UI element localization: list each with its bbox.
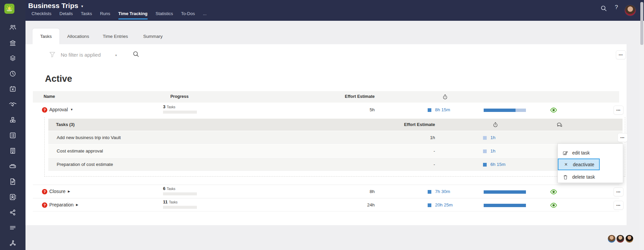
filter-dropdown[interactable]: No filter is applied: [61, 52, 101, 58]
progress-bar: [163, 192, 197, 195]
subtable-column-effort: Effort Estimate: [392, 122, 435, 127]
column-name: Name: [44, 94, 55, 99]
column-effort-estimate: Effort Estimate: [327, 94, 375, 99]
alert-icon: ?: [42, 189, 47, 194]
time-ratio-bar: [484, 204, 526, 207]
tab-summary[interactable]: Summary: [142, 28, 164, 44]
layers-icon[interactable]: [9, 54, 17, 62]
nav-more[interactable]: ...: [203, 11, 207, 19]
tab-tasks[interactable]: Tasks: [33, 28, 59, 44]
calendar-x-icon[interactable]: [9, 85, 17, 93]
table-row-preparation[interactable]: ? Preparation ▶ 11Tasks 24h 20h 25m •••: [33, 198, 619, 211]
molecule-icon[interactable]: [9, 239, 17, 247]
table-row-closure[interactable]: ? Closure ▶ 6Tasks 8h 7h 30m •••: [33, 185, 619, 198]
help-icon[interactable]: ?: [615, 4, 618, 11]
clock-icon[interactable]: [9, 70, 17, 78]
tracked-time-square: [483, 136, 487, 140]
watch-eye-icon[interactable]: [550, 189, 557, 195]
time-ratio-bar: [484, 190, 526, 194]
member-avatar[interactable]: [607, 235, 616, 243]
tracked-time-link[interactable]: 8h 15m: [435, 107, 450, 112]
watch-eye-icon[interactable]: [550, 202, 557, 208]
nav-time-tracking[interactable]: Time Tracking: [118, 11, 148, 19]
task-context-menu: edit task × deactivate delete task: [557, 143, 623, 183]
progress-bar: [163, 111, 197, 114]
section-title: Active: [45, 74, 72, 84]
collapse-icon[interactable]: ▼: [70, 108, 73, 111]
progress-cell: 11Tasks: [163, 199, 197, 209]
report-document-icon[interactable]: [9, 178, 17, 186]
share-nodes-icon[interactable]: [9, 208, 17, 216]
effort-estimate-value: -: [392, 162, 435, 167]
menu-item-deactivate[interactable]: × deactivate: [558, 159, 600, 170]
search-icon[interactable]: [600, 5, 607, 12]
nav-details[interactable]: Details: [59, 11, 73, 19]
search-icon[interactable]: [132, 51, 140, 58]
expand-icon[interactable]: ▶: [68, 190, 70, 193]
edit-icon: [562, 150, 568, 156]
chevron-down-icon[interactable]: ▼: [115, 54, 117, 57]
row-more-button[interactable]: •••: [613, 106, 624, 115]
text-lines-icon[interactable]: [9, 224, 17, 232]
tracked-time-link[interactable]: 1h: [490, 135, 495, 140]
tracked-time-link[interactable]: 20h 25m: [435, 202, 453, 207]
tab-time-entries[interactable]: Time Entries: [102, 28, 128, 44]
nav-todos[interactable]: To-Dos: [181, 11, 195, 19]
building-icon[interactable]: [9, 147, 17, 155]
tracked-time-link[interactable]: 1h: [490, 148, 495, 153]
cubes-icon[interactable]: [9, 116, 17, 124]
trash-icon: [562, 174, 568, 180]
effort-estimate-value: 8h: [327, 189, 375, 194]
tracked-time-square: [483, 163, 487, 167]
filter-icon: [49, 51, 56, 58]
member-avatar[interactable]: [616, 235, 625, 243]
time-ratio-bar: [484, 109, 526, 112]
x-icon: ×: [563, 162, 569, 167]
group-name-approval[interactable]: Approval ▼: [49, 107, 73, 112]
group-name-preparation[interactable]: Preparation ▶: [49, 202, 78, 207]
expand-icon[interactable]: ▶: [76, 203, 78, 206]
app-logo[interactable]: [4, 4, 14, 14]
progress-bar: [163, 206, 197, 209]
menu-item-edit-task[interactable]: edit task: [558, 147, 623, 159]
effort-estimate-value: 24h: [327, 202, 375, 207]
watch-eye-icon[interactable]: [550, 107, 557, 113]
nav-statistics[interactable]: Statistics: [156, 11, 173, 19]
panel-more-button[interactable]: •••: [616, 50, 626, 59]
nav-runs[interactable]: Runs: [100, 11, 110, 19]
tracked-time-link[interactable]: 6h 15m: [490, 162, 505, 167]
row-more-button[interactable]: •••: [613, 201, 624, 210]
task-row[interactable]: Preparation of cost estimate - 6h 15m: [48, 158, 623, 171]
table-row-approval[interactable]: ? Approval ▼ 3Tasks 5h 8h 15m •••: [33, 103, 619, 117]
sunrise-icon: [6, 5, 13, 12]
drive-icon[interactable]: [9, 162, 17, 170]
handshake-icon[interactable]: [9, 101, 17, 109]
effort-estimate-value: 1h: [392, 135, 435, 140]
contact-book-icon[interactable]: [9, 193, 17, 201]
scrollbar-track[interactable]: [639, 21, 644, 250]
process-title-dropdown[interactable]: Business Trips ▼: [28, 2, 84, 10]
bank-icon[interactable]: [9, 39, 17, 47]
task-row[interactable]: Cost estimate approval - 1h: [48, 144, 623, 158]
group-name-closure[interactable]: Closure ▶: [49, 189, 70, 194]
chevron-down-icon: ▼: [80, 5, 84, 8]
alert-icon: ?: [42, 202, 47, 208]
scrollbar-thumb[interactable]: [640, 2, 643, 45]
nav-checklists[interactable]: Checklists: [32, 11, 51, 19]
menu-item-delete-task[interactable]: delete task: [558, 171, 623, 183]
member-avatar[interactable]: [625, 235, 634, 243]
stopwatch-icon: [492, 122, 498, 128]
task-row[interactable]: Add new business trip into Vault 1h 1h •…: [48, 131, 623, 144]
tracked-time-link[interactable]: 7h 30m: [435, 189, 450, 194]
table-header: Name Progress Effort Estimate: [33, 91, 619, 103]
checklist-icon[interactable]: [9, 131, 17, 139]
nav-tasks[interactable]: Tasks: [81, 11, 92, 19]
row-more-button[interactable]: •••: [613, 187, 624, 196]
tab-allocations[interactable]: Allocations: [66, 28, 90, 44]
row-more-button[interactable]: •••: [618, 133, 628, 142]
user-avatar[interactable]: [625, 5, 636, 16]
tracked-time-square: [428, 203, 431, 207]
users-icon[interactable]: [9, 23, 17, 32]
subtasks-container: Tasks (3) Effort Estimate Add new busine…: [44, 117, 625, 177]
column-progress: Progress: [170, 94, 189, 99]
